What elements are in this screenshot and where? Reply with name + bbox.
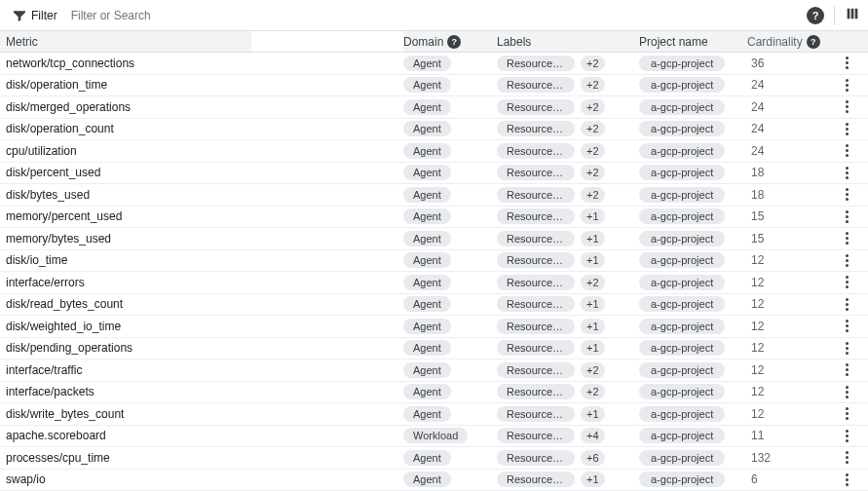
domain-chip[interactable]: Agent bbox=[403, 99, 451, 115]
label-chip[interactable]: Resource: gc… bbox=[497, 275, 575, 290]
project-chip[interactable]: a-gcp-project bbox=[639, 208, 725, 224]
domain-chip[interactable]: Agent bbox=[403, 77, 451, 93]
label-chip[interactable]: Resource: gc… bbox=[497, 252, 575, 268]
label-chip[interactable]: Resource: gc… bbox=[497, 428, 575, 443]
domain-chip[interactable]: Agent bbox=[403, 296, 451, 312]
metric-name[interactable]: disk/operation_count bbox=[0, 122, 251, 135]
more-actions-button[interactable] bbox=[842, 403, 852, 424]
label-more-chip[interactable]: +1 bbox=[581, 340, 605, 356]
label-more-chip[interactable]: +1 bbox=[581, 252, 605, 268]
more-actions-button[interactable] bbox=[842, 382, 852, 402]
project-chip[interactable]: a-gcp-project bbox=[639, 384, 725, 399]
more-actions-button[interactable] bbox=[842, 75, 852, 95]
metric-name[interactable]: disk/read_bytes_count bbox=[0, 297, 251, 311]
project-chip[interactable]: a-gcp-project bbox=[639, 99, 725, 115]
domain-chip[interactable]: Agent bbox=[403, 252, 451, 268]
help-icon[interactable]: ? bbox=[807, 35, 820, 49]
label-more-chip[interactable]: +2 bbox=[581, 384, 605, 399]
project-chip[interactable]: a-gcp-project bbox=[639, 296, 725, 312]
more-actions-button[interactable] bbox=[842, 53, 852, 73]
filter-input[interactable] bbox=[69, 8, 186, 23]
label-chip[interactable]: Resource: gc… bbox=[497, 296, 575, 312]
metric-name[interactable]: memory/percent_used bbox=[0, 209, 251, 223]
label-more-chip[interactable]: +1 bbox=[581, 472, 605, 487]
column-header-domain[interactable]: Domain ? bbox=[403, 35, 497, 49]
label-more-chip[interactable]: +6 bbox=[581, 450, 605, 466]
metric-name[interactable]: cpu/utilization bbox=[0, 144, 251, 158]
label-more-chip[interactable]: +2 bbox=[581, 275, 605, 290]
domain-chip[interactable]: Agent bbox=[403, 208, 451, 224]
filter-button[interactable]: Filter bbox=[8, 6, 61, 25]
label-chip[interactable]: Resource: gc… bbox=[497, 56, 575, 71]
label-more-chip[interactable]: +2 bbox=[581, 77, 605, 93]
label-more-chip[interactable]: +2 bbox=[581, 56, 605, 71]
label-more-chip[interactable]: +2 bbox=[581, 121, 605, 136]
more-actions-button[interactable] bbox=[842, 426, 852, 446]
metric-name[interactable]: disk/pending_operations bbox=[0, 341, 251, 355]
metric-name[interactable]: swap/io bbox=[0, 472, 251, 486]
label-chip[interactable]: Resource: gc… bbox=[497, 319, 575, 334]
more-actions-button[interactable] bbox=[842, 272, 852, 292]
more-actions-button[interactable] bbox=[842, 447, 852, 468]
more-actions-button[interactable] bbox=[842, 338, 852, 359]
metric-name[interactable]: disk/weighted_io_time bbox=[0, 320, 251, 333]
domain-chip[interactable]: Agent bbox=[403, 450, 451, 466]
project-chip[interactable]: a-gcp-project bbox=[639, 428, 725, 443]
domain-chip[interactable]: Agent bbox=[403, 340, 451, 356]
label-more-chip[interactable]: +2 bbox=[581, 165, 605, 180]
metric-name[interactable]: interface/traffic bbox=[0, 363, 251, 377]
domain-chip[interactable]: Agent bbox=[403, 319, 451, 334]
label-chip[interactable]: Resource: gc… bbox=[497, 99, 575, 115]
label-chip[interactable]: Resource: gc… bbox=[497, 208, 575, 224]
more-actions-button[interactable] bbox=[842, 119, 852, 139]
metric-name[interactable]: network/tcp_connections bbox=[0, 57, 251, 70]
project-chip[interactable]: a-gcp-project bbox=[639, 56, 725, 71]
more-actions-button[interactable] bbox=[842, 207, 852, 227]
domain-chip[interactable]: Agent bbox=[403, 121, 451, 136]
domain-chip[interactable]: Agent bbox=[403, 275, 451, 290]
label-chip[interactable]: Resource: gc… bbox=[497, 362, 575, 378]
more-actions-button[interactable] bbox=[842, 250, 852, 271]
more-actions-button[interactable] bbox=[842, 228, 852, 248]
column-header-project[interactable]: Project name bbox=[639, 35, 747, 49]
metric-name[interactable]: disk/bytes_used bbox=[0, 188, 251, 202]
column-header-cardinality[interactable]: Cardinality ? bbox=[747, 35, 825, 49]
more-actions-button[interactable] bbox=[842, 96, 852, 117]
domain-chip[interactable]: Agent bbox=[403, 472, 451, 487]
label-more-chip[interactable]: +1 bbox=[581, 231, 605, 246]
label-more-chip[interactable]: +2 bbox=[581, 187, 605, 203]
more-actions-button[interactable] bbox=[842, 316, 852, 336]
label-chip[interactable]: Resource: gc… bbox=[497, 121, 575, 136]
label-more-chip[interactable]: +4 bbox=[581, 428, 605, 443]
column-header-labels[interactable]: Labels bbox=[497, 35, 639, 49]
more-actions-button[interactable] bbox=[842, 294, 852, 315]
project-chip[interactable]: a-gcp-project bbox=[639, 319, 725, 334]
project-chip[interactable]: a-gcp-project bbox=[639, 121, 725, 136]
project-chip[interactable]: a-gcp-project bbox=[639, 77, 725, 93]
project-chip[interactable]: a-gcp-project bbox=[639, 275, 725, 290]
metric-name[interactable]: apache.scoreboard bbox=[0, 429, 251, 442]
domain-chip[interactable]: Agent bbox=[403, 406, 451, 422]
domain-chip[interactable]: Agent bbox=[403, 56, 451, 71]
column-header-metric[interactable]: Metric bbox=[0, 35, 251, 49]
more-actions-button[interactable] bbox=[842, 163, 852, 183]
metric-name[interactable]: disk/merged_operations bbox=[0, 100, 251, 114]
domain-chip[interactable]: Agent bbox=[403, 384, 451, 399]
metric-name[interactable]: processes/cpu_time bbox=[0, 451, 251, 465]
project-chip[interactable]: a-gcp-project bbox=[639, 362, 725, 378]
more-actions-button[interactable] bbox=[842, 470, 852, 490]
label-chip[interactable]: Resource: gc… bbox=[497, 231, 575, 246]
metric-name[interactable]: memory/bytes_used bbox=[0, 232, 251, 246]
label-more-chip[interactable]: +2 bbox=[581, 362, 605, 378]
project-chip[interactable]: a-gcp-project bbox=[639, 187, 725, 203]
label-more-chip[interactable]: +1 bbox=[581, 296, 605, 312]
label-more-chip[interactable]: +2 bbox=[581, 99, 605, 115]
label-chip[interactable]: Resource: gc… bbox=[497, 77, 575, 93]
project-chip[interactable]: a-gcp-project bbox=[639, 406, 725, 422]
metric-name[interactable]: disk/io_time bbox=[0, 253, 251, 267]
label-more-chip[interactable]: +2 bbox=[581, 143, 605, 159]
label-more-chip[interactable]: +1 bbox=[581, 406, 605, 422]
label-chip[interactable]: Resource: gc… bbox=[497, 450, 575, 466]
help-icon[interactable]: ? bbox=[807, 7, 824, 24]
project-chip[interactable]: a-gcp-project bbox=[639, 340, 725, 356]
